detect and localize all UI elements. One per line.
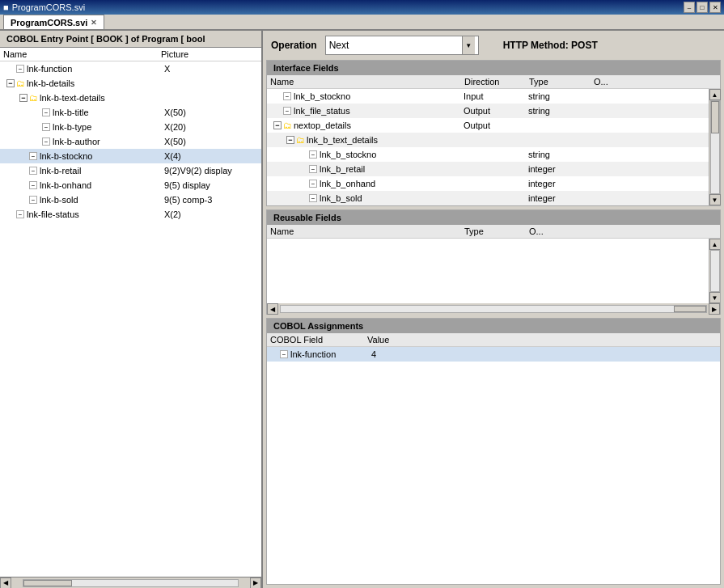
vscroll-thumb[interactable] <box>711 101 719 133</box>
if-row-direction: Output <box>464 121 528 130</box>
expand-icon[interactable]: − <box>19 94 28 102</box>
if-expand-icon[interactable]: − <box>273 121 282 129</box>
col-picture-header: Picture <box>161 49 258 59</box>
rf-vscroll-track[interactable] <box>710 250 720 292</box>
tree-item-picture: X(20) <box>164 122 261 132</box>
rf-vscroll-up-btn[interactable]: ▲ <box>709 239 721 250</box>
app-icon: ■ <box>3 2 9 12</box>
operation-select-arrow[interactable]: ▼ <box>462 36 475 54</box>
tree-item[interactable]: −lnk-b-titleX(50) <box>0 105 261 120</box>
if-row-name: lnk_b_sold <box>320 193 464 203</box>
if-row[interactable]: −lnk_b_stocknostring <box>267 147 709 162</box>
rf-hscroll-left[interactable]: ◀ <box>267 303 278 315</box>
tab-programcors[interactable]: ProgramCORS.svi ✕ <box>3 15 104 29</box>
hscroll-thumb[interactable] <box>23 580 72 586</box>
tab-label: ProgramCORS.svi <box>11 18 87 27</box>
rf-vscroll[interactable]: ▲ ▼ <box>709 239 720 303</box>
field-icon: − <box>29 196 37 204</box>
if-field-icon: − <box>283 107 291 115</box>
vscroll-down-btn[interactable]: ▼ <box>709 194 721 205</box>
operation-select[interactable]: Next ▼ <box>325 36 479 55</box>
tree-item[interactable]: −lnk-b-stocknoX(4) <box>0 149 261 163</box>
title-bar-label: ProgramCORS.svi <box>12 2 85 12</box>
if-field-icon: − <box>309 150 317 159</box>
tree-item-label: lnk-b-title <box>53 108 164 117</box>
vscroll-track[interactable] <box>710 100 720 194</box>
rf-hscroll-right[interactable]: ▶ <box>709 303 720 315</box>
if-row-name: lnk_b_stockno <box>294 91 464 101</box>
field-icon: − <box>29 152 37 160</box>
tab-bar: ProgramCORS.svi ✕ <box>0 15 724 31</box>
cobol-field-icon: − <box>280 350 288 358</box>
expand-icon[interactable]: − <box>6 79 15 87</box>
if-col-type: Type <box>529 77 594 87</box>
if-col-direction: Direction <box>464 77 529 87</box>
tree-item[interactable]: −lnk-b-retail9(2)V9(2) display <box>0 163 261 178</box>
if-row-name: lnk_b_stockno <box>320 150 464 159</box>
tree-item[interactable]: −lnk-b-sold9(5) comp-3 <box>0 192 261 207</box>
interface-fields-col-headers: Name Direction Type O... <box>267 75 720 89</box>
if-row-name: nextop_details <box>294 121 464 130</box>
tree-container[interactable]: −lnk-functionX−🗂lnk-b-details−🗂lnk-b-tex… <box>0 61 261 577</box>
right-panel: Operation Next ▼ HTTP Method: POST Inter… <box>263 31 724 588</box>
tree-item-picture: X <box>164 64 261 74</box>
http-method-label: HTTP Method: POST <box>503 40 598 51</box>
if-row-type: string <box>528 106 593 116</box>
tree-item[interactable]: −lnk-functionX <box>0 61 261 76</box>
tree-item-label: lnk-b-onhand <box>40 180 164 190</box>
hscroll-track[interactable] <box>23 579 239 587</box>
rf-col-type: Type <box>464 226 529 236</box>
if-folder-icon: 🗂 <box>283 121 292 130</box>
cobol-col-headers: COBOL Field Value <box>267 333 720 347</box>
hscroll-left-btn[interactable]: ◀ <box>0 577 11 589</box>
rf-vscroll-down-btn[interactable]: ▼ <box>709 292 721 303</box>
left-hscroll[interactable]: ◀ ▶ <box>0 577 261 588</box>
close-button[interactable]: ✕ <box>709 2 721 13</box>
tree-item[interactable]: −lnk-file-statusX(2) <box>0 207 261 222</box>
cobol-assignments-body: −lnk-function4 <box>267 347 720 584</box>
hscroll-right-btn[interactable]: ▶ <box>250 577 261 589</box>
reusable-fields-header: Reusable Fields <box>267 210 720 225</box>
vscroll-up-btn[interactable]: ▲ <box>709 89 721 100</box>
minimize-button[interactable]: – <box>684 2 695 13</box>
tree-item-label: lnk-b-sold <box>40 195 164 205</box>
if-row-name: lnk_b_text_details <box>307 135 464 145</box>
if-expand-icon[interactable]: − <box>286 136 294 144</box>
left-panel-header: COBOL Entry Point [ BOOK ] of Program [ … <box>0 31 261 48</box>
if-vscroll[interactable]: ▲ ▼ <box>709 89 720 205</box>
interface-fields-header: Interface Fields <box>267 61 720 75</box>
cobol-assignments-header: COBOL Assignments <box>267 319 720 333</box>
if-row[interactable]: −lnk_b_soldinteger <box>267 191 709 205</box>
if-row-direction: Input <box>464 91 528 101</box>
rf-hscroll[interactable]: ◀ ▶ <box>267 303 720 315</box>
tree-item[interactable]: −lnk-b-typeX(20) <box>0 120 261 134</box>
tree-item-label: lnk-b-stockno <box>40 151 164 161</box>
if-row[interactable]: −lnk_b_onhandinteger <box>267 176 709 191</box>
if-col-name: Name <box>270 77 464 87</box>
tree-item[interactable]: −🗂lnk-b-details <box>0 76 261 91</box>
if-row[interactable]: −lnk_file_statusOutputstring <box>267 104 709 118</box>
tree-item[interactable]: −lnk-b-authorX(50) <box>0 134 261 149</box>
interface-fields-section: Interface Fields Name Direction Type O..… <box>266 60 721 206</box>
if-row-type: integer <box>528 193 593 203</box>
cobol-row[interactable]: −lnk-function4 <box>267 347 720 362</box>
if-row[interactable]: −🗂lnk_b_text_details <box>267 133 709 147</box>
if-row-type: integer <box>528 164 593 174</box>
if-row[interactable]: −lnk_b_stocknoInputstring <box>267 89 709 104</box>
tree-item[interactable]: −🗂lnk-b-text-details <box>0 91 261 105</box>
tree-item-picture: X(50) <box>164 137 261 146</box>
if-row[interactable]: −lnk_b_retailinteger <box>267 162 709 176</box>
reusable-fields-body: ▲ ▼ <box>267 239 720 303</box>
reusable-fields-content <box>267 239 709 303</box>
rf-col-name: Name <box>270 226 464 236</box>
field-icon: − <box>42 137 50 146</box>
if-row-type: integer <box>528 179 593 188</box>
tree-item[interactable]: −lnk-b-onhand9(5) display <box>0 178 261 192</box>
field-icon: − <box>42 108 50 116</box>
if-row[interactable]: −🗂nextop_detailsOutput <box>267 118 709 133</box>
maximize-button[interactable]: □ <box>696 2 708 13</box>
tab-close-icon[interactable]: ✕ <box>91 19 97 27</box>
if-row-type: string <box>528 150 593 159</box>
reusable-fields-col-headers: Name Type O... <box>267 225 720 239</box>
tree-item-picture: X(50) <box>164 108 261 117</box>
